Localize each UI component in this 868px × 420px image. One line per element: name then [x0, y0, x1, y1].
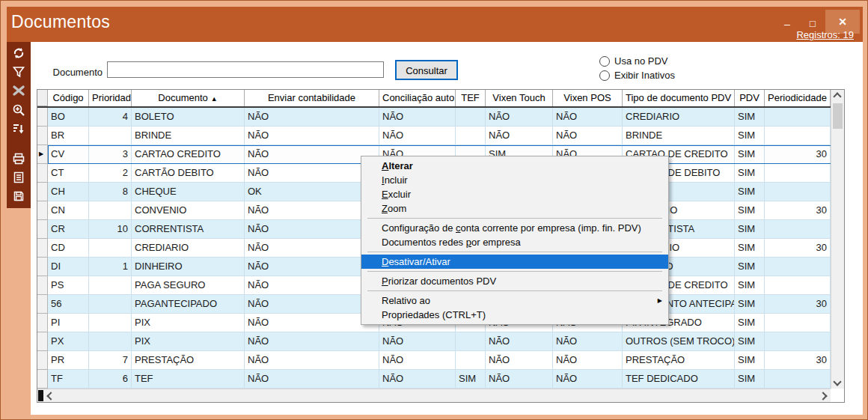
row-selector[interactable] — [37, 276, 48, 295]
menu-separator — [367, 218, 662, 219]
cell-documento: PIX — [132, 332, 245, 351]
cell-documento: CREDIARIO — [132, 239, 245, 258]
horizontal-scrollbar[interactable] — [37, 389, 831, 402]
table-row-BO[interactable]: BO4BOLETONÃONÃONÃONÃOCREDIARIOSIM — [37, 108, 844, 127]
cell-documento: PAGA SEGURO — [132, 276, 245, 295]
cell-codigo: CT — [48, 164, 89, 183]
table-row-TF[interactable]: TF6TEFNÃONÃOSIMNÃONÃOTEF DEDICADOSIM — [37, 370, 844, 389]
cell-tef — [456, 127, 486, 145]
vertical-scrollbar[interactable] — [831, 90, 844, 389]
cell-vixen-pos: NÃO — [553, 127, 623, 145]
cell-codigo: PS — [48, 276, 89, 295]
radio-usa-no-pdv[interactable]: Usa no PDV — [599, 55, 668, 67]
table-row-PR[interactable]: PR7PRESTAÇÃONÃONÃONÃONÃOPRESTAÇÃOSIM30 — [37, 351, 844, 370]
col-header-vixen-touch[interactable]: Vixen Touch — [486, 90, 553, 106]
report-icon[interactable] — [11, 170, 26, 184]
menu-item-desativar-ativar[interactable]: Desativar/Ativar — [361, 255, 668, 269]
cell-pdv: SIM — [735, 127, 765, 145]
row-selector[interactable] — [37, 370, 48, 389]
row-selector[interactable] — [37, 127, 48, 145]
vscroll-thumb[interactable] — [833, 103, 843, 129]
row-selector[interactable] — [37, 183, 48, 201]
row-selector[interactable] — [37, 258, 48, 276]
row-selector[interactable]: ▶ — [37, 145, 48, 164]
col-header-tipo-documento-pdv[interactable]: Tipo de documento PDV — [623, 90, 735, 106]
menu-item-config-conta-corrente[interactable]: Configuração de conta corrente por empre… — [361, 221, 668, 235]
consultar-button[interactable]: Consultar — [395, 60, 458, 80]
cell-periodicidade: 30 — [765, 145, 831, 164]
scroll-left-icon[interactable] — [45, 390, 57, 402]
row-selector[interactable] — [37, 239, 48, 258]
cell-pdv: SIM — [735, 276, 765, 295]
row-selector[interactable] — [37, 314, 48, 332]
row-selector[interactable] — [37, 351, 48, 370]
cell-enviar-contabilidade: NÃO — [245, 332, 379, 351]
menu-item-relativo-ao[interactable]: Relativo ao▶ — [361, 293, 668, 308]
cell-periodicidade — [765, 164, 831, 183]
minimize-button[interactable]: – — [776, 14, 798, 34]
cell-prioridade: 6 — [89, 370, 132, 389]
col-header-tef[interactable]: TEF — [456, 90, 486, 106]
cell-pdv: SIM — [735, 183, 765, 201]
row-selector[interactable] — [37, 108, 48, 127]
cell-enviar-contabilidade: NÃO — [245, 370, 379, 389]
cell-periodicidade — [765, 370, 831, 389]
col-header-prioridade[interactable]: Prioridade — [89, 90, 132, 106]
cell-tipo-documento-pdv: CREDIARIO — [623, 108, 735, 127]
clear-filter-icon[interactable] — [11, 84, 26, 98]
col-header-vixen-pos[interactable]: Vixen POS — [553, 90, 623, 106]
row-selector[interactable] — [37, 220, 48, 239]
print-icon[interactable] — [11, 151, 26, 165]
cell-tef — [456, 351, 486, 370]
table-row-BR[interactable]: BRBRINDENÃONÃONÃONÃOBRINDESIM — [37, 127, 844, 145]
refresh-icon[interactable] — [11, 46, 26, 60]
sort-ascending-icon: ▲ — [211, 95, 218, 103]
cell-codigo: CV — [48, 145, 89, 164]
cell-tipo-documento-pdv: OUTROS (SEM TROCO) — [623, 332, 735, 351]
row-selector[interactable] — [37, 164, 48, 183]
row-selector[interactable] — [37, 295, 48, 314]
col-header-conciliacao-auto[interactable]: Conciliação auto. — [379, 90, 456, 106]
cell-prioridade: 8 — [89, 183, 132, 201]
menu-item-documentos-redes[interactable]: Documentos redes por empresa — [361, 235, 668, 249]
col-header-documento[interactable]: Documento▲ — [132, 90, 245, 106]
scroll-right-icon[interactable] — [817, 390, 829, 402]
cell-conciliacao-auto: NÃO — [379, 351, 456, 370]
radio-exibir-inativos[interactable]: Exibir Inativos — [599, 70, 675, 81]
cell-vixen-touch: NÃO — [486, 332, 553, 351]
cell-tef: SIM — [456, 370, 486, 389]
col-header-periodicidade[interactable]: Periodicidade — [765, 90, 831, 106]
scroll-down-icon[interactable] — [831, 376, 843, 388]
sort-icon[interactable] — [11, 122, 26, 136]
menu-item-zoom[interactable]: Zoom — [361, 201, 668, 216]
col-header-enviar-contabilidade[interactable]: Enviar contabilidade — [245, 90, 379, 106]
cell-documento: CARTAO CREDITO — [132, 145, 245, 164]
filter-icon[interactable] — [11, 64, 26, 79]
menu-item-excluir[interactable]: Excluir — [361, 187, 668, 201]
row-selector[interactable] — [37, 332, 48, 351]
cell-vixen-touch: NÃO — [486, 108, 553, 127]
cell-codigo: PX — [48, 332, 89, 351]
table-row-PX[interactable]: PXPIXNÃONÃONÃONÃOOUTROS (SEM TROCO)SIM — [37, 332, 844, 351]
zoom-icon[interactable] — [11, 103, 26, 117]
col-header-gutter[interactable] — [37, 90, 48, 106]
registros-link[interactable]: Registros: 19 — [796, 29, 854, 40]
window-title: Documentos — [11, 12, 110, 32]
cell-enviar-contabilidade: NÃO — [245, 127, 379, 145]
menu-item-incluir[interactable]: Incluir — [361, 173, 668, 187]
hscroll-thumb[interactable] — [38, 390, 43, 401]
menu-item-alterar[interactable]: Alterar — [361, 159, 668, 173]
menu-item-propriedades[interactable]: Propriedades (CTRL+T) — [361, 308, 668, 322]
cell-documento: CARTÃO DEBITO — [132, 164, 245, 183]
cell-conciliacao-auto: NÃO — [379, 370, 456, 389]
cell-prioridade — [89, 201, 132, 220]
save-icon[interactable] — [11, 189, 26, 204]
menu-item-priorizar-documentos-pdv[interactable]: Priorizar documentos PDV — [361, 274, 668, 288]
cell-tipo-documento-pdv: TEF DEDICADO — [623, 370, 735, 389]
col-header-pdv[interactable]: PDV — [735, 90, 765, 106]
row-selector[interactable] — [37, 201, 48, 220]
col-header-codigo[interactable]: Código — [48, 90, 89, 106]
scroll-up-icon[interactable] — [831, 91, 843, 103]
documento-input[interactable] — [107, 61, 384, 78]
cell-documento: PAGANTECIPADO — [132, 295, 245, 314]
